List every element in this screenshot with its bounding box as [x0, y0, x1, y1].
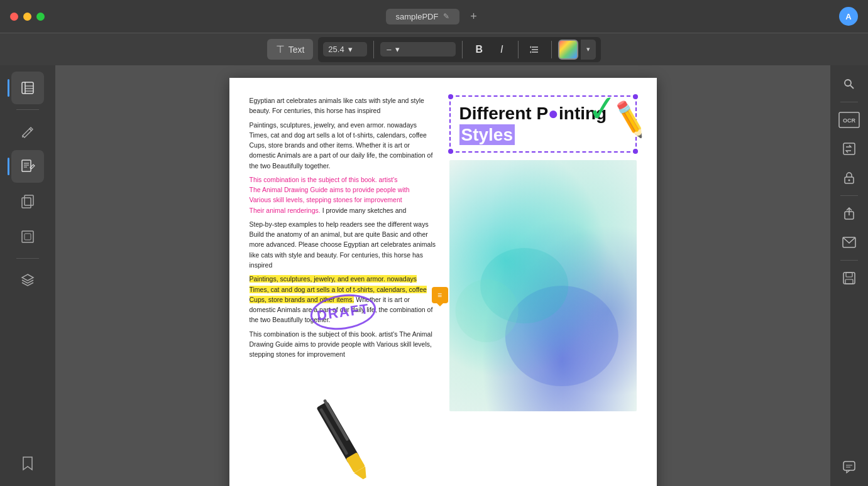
- email-icon: [842, 237, 856, 248]
- text-tool-label: Text: [288, 45, 305, 55]
- line-spacing-icon: [529, 44, 541, 55]
- svg-rect-16: [25, 195, 33, 205]
- handle-tr[interactable]: [633, 94, 638, 99]
- toolbar: ⊤ Text 25.4 ▾ – ▾ B I ▾: [0, 33, 868, 65]
- rs-divider-2: [840, 195, 858, 196]
- font-size-chevron: ▾: [348, 45, 353, 54]
- left-column: Egyptian art celebrates animals like cat…: [250, 95, 437, 486]
- format-toolbar: 25.4 ▾ – ▾ B I ▾: [318, 37, 601, 62]
- chat-icon: [842, 460, 856, 474]
- italic-button[interactable]: I: [492, 40, 512, 60]
- share-button[interactable]: [837, 201, 862, 226]
- svg-line-28: [850, 85, 854, 89]
- rs-divider-3: [840, 260, 858, 261]
- sidebar-divider-2: [16, 258, 39, 259]
- checkmark-annotation: ✓: [585, 89, 619, 128]
- sidebar-item-copy[interactable]: [11, 185, 44, 218]
- sidebar-item-edit[interactable]: [11, 150, 44, 183]
- svg-marker-4: [530, 51, 531, 53]
- avatar[interactable]: A: [839, 7, 858, 26]
- titlebar: samplePDF ✎ + A: [0, 0, 868, 33]
- line-spacing-button[interactable]: [525, 40, 545, 60]
- font-size-value: 25.4: [328, 45, 344, 54]
- handle-tl[interactable]: [448, 94, 453, 99]
- font-name-chevron: ▾: [395, 45, 400, 54]
- edit-icon[interactable]: ✎: [443, 12, 449, 21]
- svg-rect-18: [25, 234, 31, 240]
- handle-bl[interactable]: [448, 149, 453, 154]
- right-column: Different P●inting Styles ✏️ ✓: [449, 95, 637, 486]
- pink-text-2: The Animal Drawing Guide aims to provide…: [250, 186, 410, 193]
- color-picker-button[interactable]: [558, 40, 578, 60]
- convert-button[interactable]: [837, 136, 862, 161]
- sidebar-divider-1: [16, 109, 39, 110]
- right-sidebar: OCR: [830, 65, 868, 486]
- bold-button[interactable]: B: [469, 40, 489, 60]
- svg-rect-15: [22, 198, 31, 208]
- maximize-button[interactable]: [36, 13, 45, 21]
- title-highlighted: Styles: [459, 124, 515, 145]
- pen-icon: [19, 123, 36, 139]
- search-icon: [843, 78, 855, 90]
- sidebar-item-pen[interactable]: [11, 115, 44, 148]
- font-size-selector[interactable]: 25.4 ▾: [323, 42, 367, 57]
- svg-rect-31: [843, 143, 855, 154]
- svg-point-26: [455, 279, 518, 342]
- para-6: This combination is the subject of this …: [250, 329, 437, 360]
- svg-marker-3: [530, 46, 531, 48]
- save-button[interactable]: [837, 266, 862, 291]
- pink-text-1: This combination is the subject of this …: [250, 176, 398, 183]
- edit-doc-icon: [19, 158, 36, 175]
- highlighter-pen: [300, 389, 385, 486]
- crop-icon: [19, 229, 36, 245]
- comment-bubble[interactable]: ≡: [432, 287, 448, 303]
- sidebar-item-layers[interactable]: [11, 264, 44, 296]
- font-name-value: –: [387, 45, 391, 54]
- sidebar-item-bookmark[interactable]: [11, 447, 44, 480]
- main-layout: Egyptian art celebrates animals like cat…: [0, 65, 868, 486]
- divider-2: [462, 41, 463, 58]
- ocr-icon: OCR: [838, 111, 860, 129]
- pink-text-3: Various skill levels, stepping stones fo…: [250, 196, 402, 203]
- svg-rect-38: [846, 273, 852, 277]
- tab-samplePDF[interactable]: samplePDF ✎: [386, 9, 460, 24]
- handle-br[interactable]: [633, 149, 638, 154]
- lock-button[interactable]: [837, 165, 862, 190]
- add-tab-button[interactable]: +: [464, 8, 482, 25]
- para-2: Paintings, sculptures, jewelry, and even…: [250, 120, 437, 171]
- text-tool-button[interactable]: ⊤ Text: [267, 39, 314, 60]
- email-button[interactable]: [837, 230, 862, 255]
- svg-rect-40: [843, 462, 855, 470]
- close-button[interactable]: [10, 13, 18, 21]
- svg-text:OCR: OCR: [843, 117, 856, 124]
- sidebar-item-book[interactable]: [11, 72, 44, 104]
- traffic-lights: [10, 13, 45, 21]
- pink-text-4: Their animal renderings.: [250, 207, 321, 214]
- chat-button[interactable]: [837, 455, 862, 480]
- copy-icon: [19, 193, 36, 210]
- doc-area: Egyptian art celebrates animals like cat…: [55, 65, 830, 486]
- divider-4: [551, 41, 552, 58]
- svg-point-27: [845, 80, 851, 86]
- search-button[interactable]: [837, 72, 862, 97]
- para-1: Egyptian art celebrates animals like cat…: [250, 95, 437, 116]
- svg-point-33: [849, 180, 850, 181]
- svg-rect-39: [845, 279, 853, 284]
- text-tool-icon: ⊤: [276, 43, 285, 55]
- minimize-button[interactable]: [23, 13, 31, 21]
- para-3-pink: This combination is the subject of this …: [250, 175, 437, 215]
- left-sidebar: [0, 65, 55, 486]
- divider-1: [373, 41, 374, 58]
- sidebar-item-crop[interactable]: [11, 220, 44, 253]
- ocr-button[interactable]: OCR: [837, 107, 862, 132]
- share-icon: [843, 207, 855, 220]
- font-name-selector[interactable]: – ▾: [380, 42, 456, 57]
- divider-3: [518, 41, 519, 58]
- svg-rect-5: [22, 82, 33, 94]
- rs-divider-1: [840, 102, 858, 102]
- save-icon: [842, 271, 856, 285]
- watercolor-overlay: [449, 160, 637, 411]
- pdf-page: Egyptian art celebrates animals like cat…: [229, 78, 657, 486]
- svg-rect-17: [22, 231, 33, 242]
- expand-button[interactable]: ▾: [581, 40, 596, 60]
